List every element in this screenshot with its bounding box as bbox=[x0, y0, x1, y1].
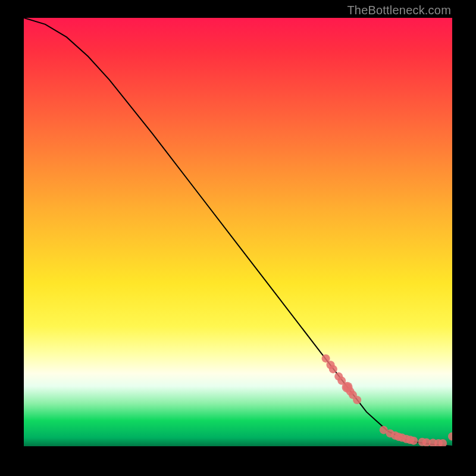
curve-line bbox=[24, 18, 452, 446]
data-point bbox=[353, 396, 361, 404]
watermark-text: TheBottleneck.com bbox=[347, 4, 451, 17]
chart-frame: TheBottleneck.com bbox=[0, 0, 476, 476]
chart-svg bbox=[24, 18, 452, 446]
data-point bbox=[342, 382, 353, 393]
data-point bbox=[448, 432, 452, 440]
plot-area bbox=[24, 18, 452, 446]
data-point bbox=[409, 437, 418, 445]
data-point bbox=[329, 365, 337, 373]
